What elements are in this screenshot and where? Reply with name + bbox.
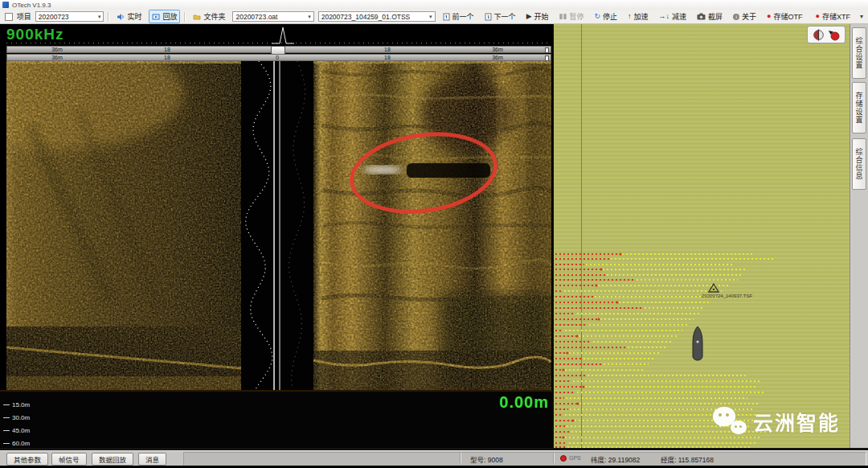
project-select[interactable]: 20200723▾ — [35, 11, 104, 22]
start-label: 开始 — [534, 11, 549, 22]
frequency-label: 900kHz — [6, 26, 64, 43]
store-xtf-button[interactable]: ● 存储XTF — [813, 10, 854, 23]
ruler-end-cap — [545, 55, 549, 61]
watermark-text: 云洲智能 — [753, 407, 840, 436]
altitude-readout: 0.00m — [499, 393, 549, 412]
stop-button[interactable]: ↻ 停止 — [591, 10, 620, 23]
speed-up-label: 加速 — [634, 11, 649, 22]
pause-button[interactable]: ▮▮ 暂停 — [556, 10, 588, 23]
map-control-box — [807, 26, 845, 43]
depth-label: 30.0m — [12, 414, 30, 421]
slow-down-label: 减速 — [672, 11, 686, 22]
ruler-label: 36m — [492, 47, 503, 53]
title-bar: OTech V1.9.3 — [0, 0, 868, 10]
playback-button[interactable]: 回放 — [149, 10, 180, 23]
store-otf-label: 存储OTF — [774, 11, 803, 22]
store-otf-button[interactable]: ● 存储OTF — [764, 10, 805, 23]
realtime-button[interactable]: 实时 — [113, 10, 145, 23]
status-separator — [460, 453, 461, 463]
file-select[interactable]: 20200723.oat▾ — [232, 11, 313, 22]
model-value: 9008 — [488, 456, 503, 464]
ruler-end-cap — [545, 47, 549, 53]
tab-storage-settings[interactable]: 存储设置 — [852, 82, 866, 133]
app-window: OTech V1.9.3 项目 20200723▾ 实时 回放 文件夹 2020… — [0, 0, 868, 468]
chevron-down-icon: ▾ — [308, 14, 311, 20]
status-readout-panel — [183, 452, 866, 466]
ruler-label: 36m — [51, 47, 63, 53]
sonar-waterfall-image[interactable] — [6, 61, 551, 390]
toolbar-overflow-chevron-icon[interactable]: ▾ — [860, 13, 863, 20]
folder-button[interactable]: 文件夹 — [190, 10, 228, 23]
app-icon — [2, 2, 9, 8]
sonar-waterfall-svg — [6, 61, 551, 390]
previous-button[interactable]: 前一个 — [440, 10, 477, 23]
gps-label: GPS — [569, 455, 581, 461]
record-position-icon[interactable] — [828, 29, 840, 41]
arrow-up-icon: ↑ — [628, 13, 632, 20]
toolbar-separator — [108, 12, 109, 22]
heading-compass-icon[interactable] — [813, 29, 825, 41]
start-button[interactable]: ▶ 开始 — [523, 10, 552, 23]
project-checkbox[interactable] — [5, 13, 13, 21]
toolbar-separator — [184, 12, 186, 22]
folder-icon — [193, 13, 201, 21]
depth-label: 45.0m — [12, 427, 30, 434]
chevron-down-icon: ▾ — [429, 14, 432, 20]
tab-general-settings[interactable]: 综合设置 — [852, 27, 866, 79]
tab-general-info[interactable]: 综合信息 — [852, 138, 866, 190]
depth-label: 60.0m — [12, 440, 30, 447]
about-label: 关于 — [742, 11, 756, 22]
status-bar: 其他参数 帧信号 数据回放 消息 型号: 9008 GPS 纬度: 29.119… — [0, 450, 868, 466]
bottom-trace-strip — [6, 24, 551, 46]
depth-tick — [3, 404, 10, 405]
project-label: 项目 — [17, 11, 31, 22]
speed-up-button[interactable]: ↑ 加速 — [624, 10, 652, 23]
wechat-logo-icon — [713, 407, 747, 436]
arrow-down-doc-icon — [485, 13, 492, 21]
pause-label: 暂停 — [569, 11, 583, 22]
arrow-down-icon: →↓ — [659, 13, 670, 20]
gps-status-dot — [560, 455, 567, 462]
latitude-value: 29.119082 — [608, 456, 641, 464]
depth-tick — [3, 443, 10, 444]
slow-down-button[interactable]: →↓ 减速 — [656, 10, 690, 23]
folder-label: 文件夹 — [203, 11, 225, 22]
info-icon: i — [733, 14, 739, 20]
model-label: 型号: 9008 — [470, 454, 503, 464]
settings-tab-strip: 综合设置 存储设置 综合信息 — [850, 24, 868, 448]
ruler-label: 18 — [384, 47, 391, 53]
range-ruler-top[interactable]: 36m1801836m — [6, 46, 551, 53]
depth-tick — [3, 417, 10, 418]
screenshot-button[interactable]: 截屏 — [694, 10, 726, 23]
longitude-value: 115.857168 — [678, 456, 714, 464]
record-dot-icon: ● — [767, 13, 771, 20]
project-select-value: 20200723 — [39, 13, 69, 21]
triangle-marker-icon — [708, 283, 719, 293]
range-ruler-bottom[interactable]: 36m1801836m — [6, 54, 551, 61]
playback-label: 回放 — [162, 11, 177, 22]
speaker-icon — [117, 13, 125, 21]
center-peak-mark — [272, 26, 294, 45]
next-button[interactable]: 下一个 — [481, 10, 519, 23]
screenshot-label: 截屏 — [708, 11, 723, 22]
longitude-readout: 经度: 115.857168 — [661, 454, 714, 464]
segment-select[interactable]: 20200723_104259_01.OTSS▾ — [318, 11, 436, 22]
about-button[interactable]: i 关于 — [730, 10, 760, 23]
ruler-label: 18 — [384, 55, 391, 61]
chevron-down-icon: ▾ — [98, 14, 101, 20]
data-playback-button[interactable]: 数据回放 — [92, 453, 133, 466]
ruler-label: 18 — [164, 47, 170, 53]
window-title: OTech V1.9.3 — [12, 2, 51, 9]
camera-icon — [697, 13, 706, 20]
waypoint-marker: 20200724_140937.TSF — [702, 283, 798, 298]
watermark: 云洲智能 — [713, 407, 840, 436]
sonar-panel: 900kHz 36m1801836m 36m1801836m — [0, 24, 552, 448]
ruler-label: 36m — [51, 55, 63, 61]
frame-signal-button[interactable]: 帧信号 — [51, 453, 87, 466]
mission-map[interactable]: 20200724_140937.TSF 云洲智能 — [554, 24, 850, 448]
message-button[interactable]: 消息 — [138, 453, 166, 466]
other-params-button[interactable]: 其他参数 — [6, 453, 48, 466]
main-toolbar: 项目 20200723▾ 实时 回放 文件夹 20200723.oat▾ 202… — [0, 10, 868, 24]
survey-track-lines — [554, 24, 850, 448]
store-xtf-label: 存储XTF — [822, 11, 850, 22]
